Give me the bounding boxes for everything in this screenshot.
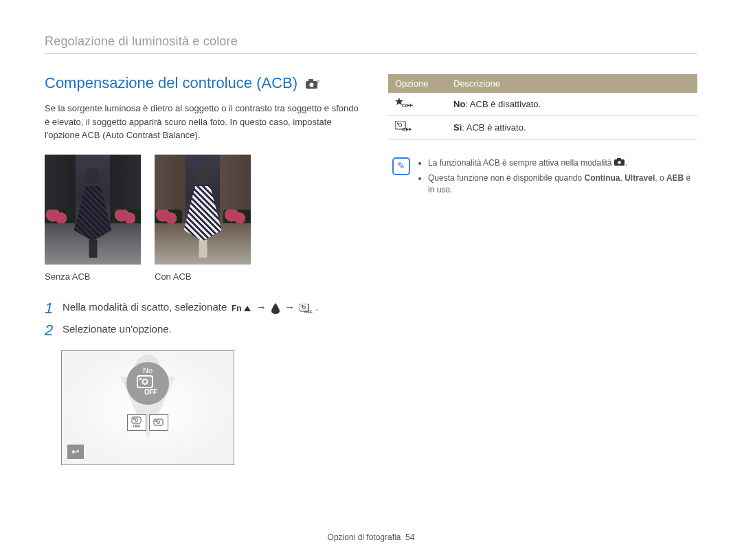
svg-text:Fn: Fn [232,304,242,313]
note-2-pre: Questa funzione non è disponibile quando [428,173,585,183]
step-2-text: Selezionate un'opzione. [63,323,172,335]
note-bullet-2: Questa funzione non è disponibile quando… [428,172,693,197]
svg-point-26 [618,161,620,164]
acb-state-badge: No OFF [126,362,169,405]
camera-icon [614,157,625,169]
svg-text:OFF: OFF [402,102,413,109]
step-1-text-suffix: . [315,301,318,313]
svg-text:OFF: OFF [144,388,157,395]
svg-point-21 [398,124,401,126]
right-column: Opzione Descrizione OFF No: ACB è disatt… [388,74,697,465]
intro-text: Se la sorgente luminosa è dietro al sogg… [45,102,361,142]
note-1-post: . [625,158,627,168]
page-footer: Opzioni di fotografia 54 [0,533,742,542]
note-box: ✎ La funzionalità ACB è sempre attiva ne… [388,157,697,199]
caption-without-acb: Senza ACB [45,271,141,282]
heading-text: Compensazione del controluce (ACB) [45,74,297,91]
back-button[interactable]: ↩ [67,445,84,459]
step-1: 1 Nella modalità di scatto, selezionate … [45,301,361,316]
cell-text: : ACB è attivato. [462,122,526,133]
svg-rect-15 [133,418,135,420]
example-photos: Senza ACB Con ACB [45,155,361,282]
footer-page-number: 54 [405,533,414,542]
acb-off-icon: OFF [297,302,315,313]
svg-text:OFF: OFF [402,127,412,132]
svg-rect-13 [132,417,141,423]
camera-screen-preview: No OFF OFF [61,350,234,465]
svg-point-2 [310,82,314,87]
cell-bold: Sì [453,122,462,133]
svg-rect-16 [154,419,163,425]
cell-bold: No [453,99,465,109]
table-row: OFF Sì: ACB è attivato. [388,116,697,139]
svg-rect-18 [155,421,157,422]
running-head: Regolazione di luminosità e colore [45,34,697,54]
note-2-post2: , o [655,173,666,183]
chiclet-off-label: OFF [133,424,141,428]
photo-without-acb [45,155,141,265]
photo-with-acb [155,155,251,265]
steps-list: 1 Nella modalità di scatto, selezionate … [45,301,361,338]
svg-text:P: P [317,80,319,85]
left-column: Compensazione del controluce (ACB) P Se … [45,74,361,465]
step-1-text-prefix: Nella modalità di scatto, selezionate [63,301,229,313]
drop-icon [269,302,282,314]
svg-point-10 [143,379,148,384]
th-option: Opzione [388,74,447,93]
svg-rect-7 [302,305,303,306]
svg-rect-11 [139,378,142,380]
note-icon: ✎ [392,157,410,175]
step-number: 1 [45,301,54,316]
svg-rect-22 [397,123,398,124]
svg-rect-9 [137,376,153,388]
svg-rect-1 [308,79,313,82]
acb-off-icon: OFF [395,121,413,134]
camera-mode-p-icon: P [306,75,319,93]
svg-text:OFF: OFF [304,310,313,314]
note-1-pre: La funzionalità ACB è sempre attiva nell… [428,158,614,168]
star-off-icon: OFF [395,98,413,111]
step-number: 2 [45,323,54,338]
note-bullet-1: La funzionalità ACB è sempre attiva nell… [428,157,693,170]
note-2-b3: AEB [666,173,684,183]
cell-text: : ACB è disattivato. [465,99,541,109]
chiclet-on[interactable] [149,414,168,431]
svg-point-6 [303,306,306,309]
svg-rect-25 [617,158,621,160]
fn-up-icon: Fn [229,302,253,313]
page-title: Compensazione del controluce (ACB) P [45,74,361,93]
table-row: OFF No: ACB è disattivato. [388,93,697,116]
option-chiclets: OFF [127,414,168,431]
chiclet-off[interactable]: OFF [127,414,146,431]
options-table: Opzione Descrizione OFF No: ACB è disatt… [388,74,697,139]
step-2: 2 Selezionate un'opzione. [45,323,361,338]
svg-point-14 [135,419,138,422]
caption-with-acb: Con ACB [155,271,251,282]
th-description: Descrizione [447,74,697,93]
badge-label: No [126,366,169,374]
svg-point-17 [157,421,160,424]
footer-section: Opzioni di fotografia [328,533,401,542]
note-2-b2: Ultravel [625,173,655,183]
note-2-b1: Continua [585,173,620,183]
